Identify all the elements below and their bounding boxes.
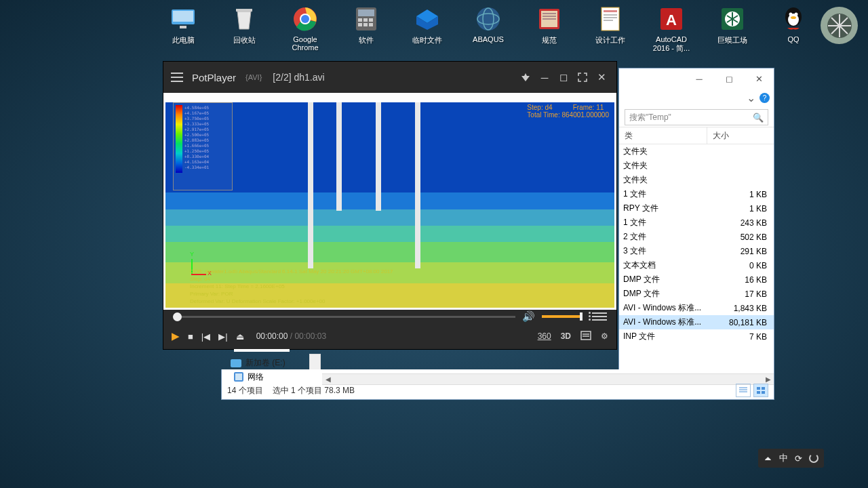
desktop-icons-row: 此电脑 回收站 Google Chrome 软件 临时文件 ABAQUS 规范 … [163,5,814,54]
svg-rect-2 [180,26,186,28]
desktop-icon-label: 此电脑 [172,35,195,45]
file-row[interactable]: AVI - Windows 标准...80,181 KB [619,315,774,329]
search-input[interactable]: 搜索"Temp" 🔍 [625,109,768,125]
column-size[interactable]: 大小 [707,127,774,144]
pin-icon[interactable] [516,68,535,87]
column-type[interactable]: 类 [619,127,707,144]
desktop-icon-guifan[interactable]: 规范 [529,5,570,54]
desktop-icon-label: 软件 [359,35,374,45]
hamburger-menu-icon[interactable] [169,69,185,85]
sim-step-info: Step: d4 Frame: 11 Total Time: 864001.00… [527,104,609,119]
seek-slider[interactable] [173,316,515,318]
file-row[interactable]: INP 文件7 KB [619,329,774,344]
desktop-icon-label: ABAQUS [473,35,504,43]
desktop-icon-recycle-bin[interactable]: 回收站 [224,5,264,54]
video-viewport[interactable]: +4.584e+05 +4.167e+05 +3.750e+05 +3.333e… [163,93,616,310]
explorer-maximize-button[interactable]: ◻ [714,69,744,88]
file-row[interactable]: DMP 文件17 KB [619,287,774,301]
svg-rect-13 [363,23,368,26]
playlist-position: [2/2] dh1.avi [273,72,324,83]
file-row[interactable]: 文件夹 [619,144,774,159]
sidebar-network[interactable]: 网络 [248,371,264,383]
file-row[interactable]: 2 文件502 KB [619,230,774,244]
svg-point-15 [477,7,500,30]
help-icon[interactable]: ? [760,93,770,103]
eject-button[interactable]: ⏏ [236,331,244,342]
search-icon[interactable]: 🔍 [753,113,764,123]
tray-ime[interactable]: 中 [779,452,788,464]
desktop-icon-autocad[interactable]: AAutoCAD 2016 - 简... [651,5,692,54]
explorer-minimize-button[interactable]: ─ [684,69,714,88]
stop-button[interactable]: ■ [188,331,193,342]
svg-rect-49 [762,387,765,390]
maximize-button[interactable]: ◻ [554,68,573,87]
subtitle-icon[interactable] [580,331,591,342]
potplayer-titlebar[interactable]: PotPlayer {AVI} [2/2] dh1.avi ─ ◻ ✕ [163,62,616,93]
explorer-titlebar[interactable]: ─ ◻ ✕ [619,68,774,89]
playback-controls: ▶ ■ |◀ ▶| ⏏ 00:00:00 / 00:00:03 360 3D ⚙ [163,323,616,349]
svg-rect-50 [757,391,760,394]
file-row[interactable]: 3 文件291 KB [619,244,774,258]
prev-button[interactable]: |◀ [201,331,210,342]
system-tray: ⏶ 中 ⟳ [758,449,824,468]
desktop-icon-label: 临时文件 [412,35,442,45]
play-button[interactable]: ▶ [172,330,180,342]
fullscreen-icon[interactable] [573,68,592,87]
360-button[interactable]: 360 [538,331,551,341]
next-button[interactable]: ▶| [218,331,227,342]
3d-button[interactable]: 3D [561,331,571,341]
desktop-icon-chrome[interactable]: Google Chrome [285,5,326,54]
file-row[interactable]: 文本文档0 KB [619,258,774,272]
svg-rect-20 [542,13,556,14]
desktop-icon-abaqus[interactable]: ABAQUS [468,5,509,54]
minimize-button[interactable]: ─ [535,68,554,87]
sidebar-scrollbar[interactable] [309,354,321,370]
drive-icon [231,359,241,367]
svg-rect-3 [236,9,252,12]
file-row[interactable]: DMP 文件16 KB [619,272,774,287]
explorer-bottom-panel: 网络 ◀ ▶ 14 个项目 选中 1 个项目 78.3 MB [221,369,774,400]
svg-rect-21 [542,16,556,17]
svg-rect-25 [604,14,617,16]
svg-rect-8 [358,9,374,16]
explorer-close-button[interactable]: ✕ [744,69,774,88]
desktop-icon-label: AutoCAD 2016 - 简... [648,35,695,54]
playlist-icon[interactable] [592,312,607,321]
svg-point-35 [795,13,798,16]
file-row[interactable]: AVI - Windows 标准...1,843 KB [619,301,774,315]
tray-sync-icon[interactable]: ⟳ [795,453,802,464]
file-row[interactable]: RPY 文件1 KB [619,201,774,216]
file-row[interactable]: 1 文件243 KB [619,216,774,230]
file-row[interactable]: 文件夹 [619,173,774,187]
view-details-button[interactable] [736,384,751,397]
svg-rect-14 [369,23,373,26]
file-row[interactable]: 文件夹 [619,159,774,173]
svg-point-6 [301,15,309,23]
desktop-icon-software[interactable]: 软件 [346,5,387,54]
svg-rect-22 [542,18,556,20]
chevron-down-icon[interactable]: ⌄ [747,92,755,104]
svg-rect-9 [358,18,362,22]
tray-up-icon[interactable]: ⏶ [764,453,772,464]
sidebar-label: 新加卷 (E:) [245,357,285,369]
settings-icon[interactable]: ⚙ [601,331,608,341]
svg-rect-27 [604,20,613,21]
svg-rect-11 [369,18,373,22]
desktop-icon-design[interactable]: 设计工作 [590,5,631,54]
tray-loading-icon[interactable] [809,453,818,463]
desktop-icon-jumang[interactable]: 巨蟆工场 [712,5,753,54]
volume-icon[interactable]: 🔊 [522,310,535,323]
volume-slider[interactable] [542,315,583,318]
desktop-icon-label: 巨蟆工场 [717,35,747,45]
desktop-icon-qq[interactable]: QQ [773,5,814,54]
file-row[interactable]: 1 文件1 KB [619,187,774,201]
close-button[interactable]: ✕ [592,68,611,87]
contour-legend: +4.584e+05 +4.167e+05 +3.750e+05 +3.333e… [173,102,233,190]
desktop-icon-tempfiles[interactable]: 临时文件 [407,5,448,54]
svg-text:A: A [666,12,677,28]
view-icons-button[interactable] [753,384,768,397]
sidebar-drive-e[interactable]: 新加卷 (E:) [231,357,285,369]
svg-rect-51 [762,391,765,394]
svg-point-34 [789,13,793,16]
desktop-icon-this-pc[interactable]: 此电脑 [163,5,203,54]
